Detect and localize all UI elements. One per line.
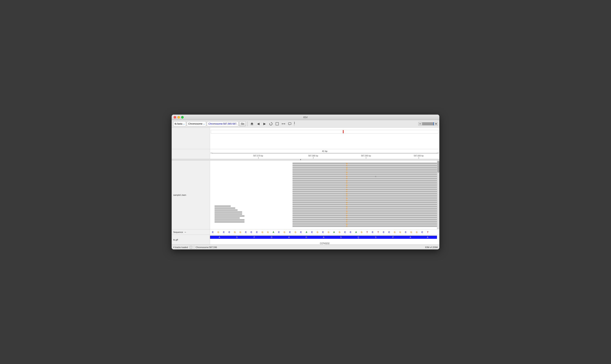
ruler-label <box>172 149 210 159</box>
close-button[interactable] <box>174 116 176 118</box>
ruler-tick-label-3: 587,590 bp <box>361 155 371 157</box>
nuc-23: A <box>331 230 337 234</box>
zoom-tick-12 <box>431 122 431 125</box>
scroll-area[interactable] <box>172 159 439 161</box>
forward-button[interactable]: ▶ <box>262 121 267 126</box>
nuc-10: G <box>260 230 265 234</box>
long-read-10: G <box>292 182 437 184</box>
read-bar-4 <box>215 211 242 213</box>
nuc-39: C <box>419 230 425 234</box>
ruler-tick-mark-4 <box>419 157 419 159</box>
svg-marker-1 <box>269 123 270 124</box>
zoom-tick-4 <box>425 122 425 125</box>
bam-track-name: sample1.bam <box>173 194 186 196</box>
g-marker-3: G <box>346 167 347 169</box>
long-read-20: G <box>292 204 437 205</box>
genome-dropdown-icon: ⬦ <box>183 122 185 125</box>
zoom-region-button[interactable] <box>281 121 286 126</box>
g-marker-26: G <box>346 217 347 219</box>
location-input[interactable] <box>207 121 238 126</box>
zoom-in-button[interactable]: + <box>434 122 438 126</box>
zoom-tick-7 <box>427 122 428 125</box>
g-marker-18: G <box>346 199 347 201</box>
long-read-15: G <box>292 193 437 195</box>
chromosome-selector[interactable]: Chromosome ⬦ <box>187 121 206 126</box>
g-marker-19: G <box>346 201 347 203</box>
nuc-18: A <box>304 230 309 234</box>
go-button[interactable]: Go <box>239 121 246 126</box>
g-marker-29: G <box>346 223 347 225</box>
zoom-out-button[interactable]: − <box>418 122 422 126</box>
gene-aa-S: S <box>340 236 342 238</box>
zoom-tick-2 <box>423 122 424 125</box>
long-read-19: G <box>292 201 437 203</box>
speech-bubble-button[interactable] <box>287 121 292 126</box>
speech-bubble-icon <box>288 122 292 126</box>
chr-overview-label <box>172 128 210 149</box>
refresh-button[interactable] <box>268 121 274 126</box>
long-read-8: G <box>292 178 437 180</box>
nuc-8: C <box>249 230 254 234</box>
main-content: ← → 41 bp 587,570 bp 587,580 bp 587,590 … <box>172 128 439 245</box>
refresh-icon <box>269 122 273 126</box>
long-read-6: G <box>292 173 437 175</box>
status-indicator <box>190 246 192 249</box>
nuc-40: T <box>425 230 430 234</box>
long-read-27: G <box>292 219 437 221</box>
long-read-30: G <box>292 225 437 227</box>
gff-track-content[interactable]: A G P D A H A S Q S P A A CC <box>210 235 439 245</box>
nuc-15: C <box>287 230 293 234</box>
g-marker-16: G <box>346 195 347 197</box>
zoom-tick-8 <box>428 122 428 125</box>
gene-aa-Q: Q <box>358 236 359 238</box>
maximize-button[interactable] <box>181 116 184 118</box>
nuc-20: G <box>315 230 320 234</box>
select-button[interactable] <box>274 121 280 126</box>
sequence-track-label: Sequence → <box>172 229 210 235</box>
scroll-thumb <box>300 159 301 160</box>
home-button[interactable] <box>249 121 255 126</box>
gff-track-row: tb.gff A G P D A H A S Q S P <box>172 235 439 245</box>
g-marker-22: G <box>346 208 347 210</box>
zoom-tick-10 <box>429 122 430 125</box>
ruler-right-arrow: → <box>436 151 439 155</box>
nuc-26: C <box>348 230 353 234</box>
chr-overview-content[interactable] <box>210 128 439 149</box>
gene-aa-D: D <box>271 236 272 238</box>
nuc-27: A <box>353 230 359 234</box>
g-marker-7b: G <box>375 176 376 178</box>
genome-selector[interactable]: tb.fasta ⬦ <box>173 121 186 126</box>
reads-area: G G G G G G <box>210 161 439 229</box>
nuc-14: G <box>282 230 287 234</box>
g-marker-15: G <box>346 193 347 195</box>
nuc-33: C <box>386 230 392 234</box>
g-marker-9: G <box>346 180 347 182</box>
gene-aa-G: G <box>236 236 237 238</box>
position-status: Chromosome:587,596 <box>196 246 217 248</box>
ruler-tick-label-2: 587,580 bp <box>308 155 318 157</box>
bam-track-content[interactable]: G G G G G G <box>210 161 439 229</box>
gene-aa-P2: P <box>392 236 394 238</box>
nuc-11: G <box>265 230 271 234</box>
bam-scrollbar[interactable] <box>437 161 439 229</box>
read-bar-8 <box>215 219 244 221</box>
ruler-tick-mark-3 <box>366 157 366 159</box>
sequence-direction-arrow: → <box>184 231 187 234</box>
bam-track-label: sample1.bam <box>172 161 210 229</box>
toolbar: tb.fasta ⬦ Chromosome ⬦ Go ◀ ▶ <box>172 120 439 128</box>
zoom-tick-14 <box>432 122 433 125</box>
nuc-28: G <box>359 230 364 234</box>
nuc-24: G <box>337 230 342 234</box>
zoom-section: − + <box>418 122 438 126</box>
zoom-tick-6 <box>426 122 427 125</box>
window-title: IGV <box>303 116 308 119</box>
back-button[interactable]: ◀ <box>255 121 261 126</box>
g-marker-4: G <box>346 169 347 171</box>
minimize-button[interactable] <box>177 116 180 118</box>
nuc-34: G <box>392 230 397 234</box>
long-read-12: G <box>292 186 437 188</box>
ruler-line <box>212 153 437 153</box>
status-bar: 4 tracks loaded Chromosome:587,596 83M o… <box>172 245 439 249</box>
long-read-16: G <box>292 195 437 197</box>
zoom-tick-3 <box>424 122 424 125</box>
